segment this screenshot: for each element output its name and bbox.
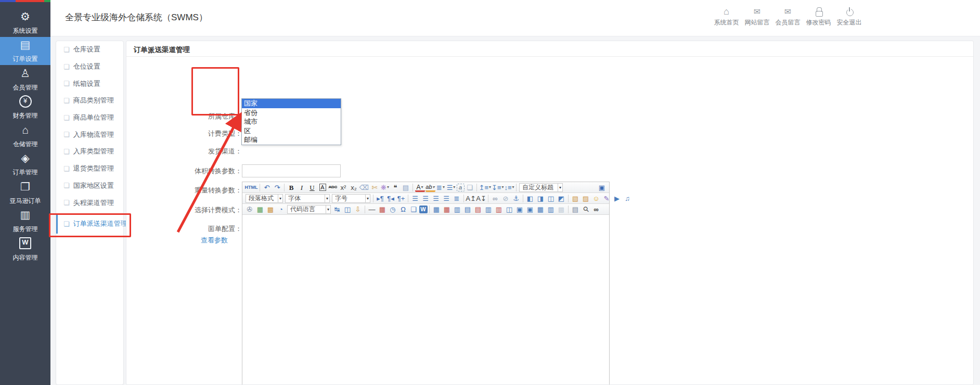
- insert-video-icon[interactable]: ▶: [612, 194, 622, 203]
- delete-row-icon[interactable]: ▤: [473, 204, 483, 214]
- inline-code-icon[interactable]: a: [457, 184, 465, 191]
- font-border-icon[interactable]: A: [318, 183, 328, 192]
- link-icon[interactable]: ∞: [491, 194, 500, 203]
- sidebar-item-order-management[interactable]: 订单管理: [0, 150, 50, 179]
- undo-icon[interactable]: ↶: [262, 183, 272, 192]
- insert-row-icon[interactable]: ▤: [463, 204, 473, 214]
- highlight-color-icon[interactable]: ab▾: [425, 184, 435, 192]
- format-clean-icon[interactable]: ✄: [370, 183, 380, 192]
- submenu-item-carton-settings[interactable]: 纸箱设置: [56, 75, 123, 92]
- line-height-icon[interactable]: ↕≡▾: [505, 183, 514, 192]
- sidebar-item-system-settings[interactable]: 系统设置: [0, 8, 50, 37]
- special-chars-icon[interactable]: Ω: [398, 204, 408, 214]
- dropdown-option[interactable]: 省份: [242, 108, 341, 118]
- delete-col-icon[interactable]: ▥: [494, 204, 504, 214]
- insert-date-icon[interactable]: ▦: [378, 204, 388, 214]
- fullscreen-icon[interactable]: ▣: [597, 183, 607, 192]
- insert-music-icon[interactable]: ♫: [623, 194, 633, 203]
- align-center-icon[interactable]: ☰: [421, 194, 431, 203]
- ordered-list-icon[interactable]: ≣▾: [436, 183, 446, 192]
- insert-iframe-icon[interactable]: ◫: [343, 204, 353, 214]
- indent-icon[interactable]: ▸¶: [376, 194, 385, 203]
- attachment-icon[interactable]: ✇: [245, 204, 255, 214]
- code-language-select[interactable]: 代码语言▾: [287, 205, 331, 214]
- paragraph-space-after-icon[interactable]: ↧≡▾: [492, 183, 504, 192]
- split-cols-icon[interactable]: ▥: [546, 204, 556, 214]
- insert-col-icon[interactable]: ▥: [484, 204, 494, 214]
- insert-map-icon[interactable]: ▦: [255, 204, 265, 214]
- image-center-icon[interactable]: ◫: [546, 194, 556, 203]
- image-float-left-icon[interactable]: ◧: [525, 194, 535, 203]
- submenu-item-return-type[interactable]: 退货类型管理: [56, 160, 123, 177]
- split-rows-icon[interactable]: ▦: [536, 204, 546, 214]
- sidebar-item-service-management[interactable]: 服务管理: [0, 207, 50, 236]
- paragraph-format-select[interactable]: 段落格式▾: [246, 194, 283, 203]
- italic-icon[interactable]: I: [297, 183, 307, 192]
- screenshot-icon[interactable]: ◔: [276, 204, 286, 214]
- eraser-icon[interactable]: ⌫: [359, 183, 369, 192]
- align-justify-icon[interactable]: ☰: [442, 194, 452, 203]
- anchor-icon[interactable]: ⚓: [511, 194, 521, 203]
- submenu-item-firstleg-channel[interactable]: 头程渠道管理: [56, 194, 123, 211]
- font-color-icon[interactable]: A▾: [415, 184, 425, 192]
- dropdown-option[interactable]: 城市: [242, 117, 341, 126]
- merge-cells-icon[interactable]: ◫: [505, 204, 514, 214]
- word-image-icon[interactable]: W: [419, 206, 428, 213]
- insert-image-icon[interactable]: ▧: [571, 194, 581, 203]
- font-family-select[interactable]: 字体▾: [285, 194, 330, 203]
- dropdown-option[interactable]: 区: [242, 126, 341, 136]
- submenu-item-bin-settings[interactable]: 仓位设置: [56, 58, 123, 75]
- print-icon[interactable]: ▤: [571, 204, 581, 214]
- image-to-local-icon[interactable]: ⇩: [353, 204, 363, 214]
- google-map-icon[interactable]: ▩: [266, 204, 276, 214]
- to-lowercase-icon[interactable]: A↧: [476, 194, 486, 203]
- submenu-item-product-unit[interactable]: 商品单位管理: [56, 109, 123, 126]
- underline-icon[interactable]: U: [307, 183, 317, 192]
- submenu-item-inbound-logistics[interactable]: 入库物流管理: [56, 126, 123, 143]
- image-manager-icon[interactable]: ▨: [581, 194, 591, 203]
- subscript-icon[interactable]: x₂: [349, 183, 359, 192]
- auto-typeset-icon[interactable]: ❋▾: [380, 183, 390, 192]
- preview-icon[interactable]: ⚲: [579, 202, 592, 216]
- paragraph-space-before-icon[interactable]: ↥≡▾: [479, 183, 492, 192]
- delete-table-icon[interactable]: ▦: [442, 204, 452, 214]
- dropdown-option[interactable]: 国家: [242, 99, 341, 108]
- sidebar-item-content-management[interactable]: 内容管理: [0, 235, 50, 264]
- to-uppercase-icon[interactable]: A↥: [466, 194, 476, 203]
- unordered-list-icon[interactable]: ☰▾: [446, 183, 456, 192]
- topnav-home[interactable]: 系统首页: [711, 7, 742, 27]
- align-full-icon[interactable]: ≣: [452, 194, 462, 203]
- superscript-icon[interactable]: x²: [339, 183, 349, 192]
- editor-content[interactable]: [242, 215, 609, 384]
- topnav-change-password[interactable]: 修改密码: [803, 7, 834, 27]
- bold-icon[interactable]: B: [287, 183, 296, 192]
- merge-right-icon[interactable]: ▣: [515, 204, 525, 214]
- html-source-icon[interactable]: HTML: [245, 183, 258, 192]
- insert-table-icon[interactable]: ▦: [432, 204, 442, 214]
- align-right-icon[interactable]: ☰: [431, 194, 441, 203]
- scrawl-icon[interactable]: ✎: [602, 194, 612, 203]
- find-replace-icon[interactable]: ∞: [591, 204, 601, 214]
- custom-heading-select[interactable]: 自定义标题▾: [519, 183, 563, 192]
- insert-paragraph-icon[interactable]: ¶+: [396, 194, 406, 203]
- align-left-icon[interactable]: ☰: [410, 194, 420, 203]
- image-float-right-icon[interactable]: ◩: [557, 194, 566, 203]
- submenu-item-order-delivery-channel[interactable]: 订单派送渠道管理: [56, 215, 123, 233]
- view-params-link[interactable]: 查看参数: [201, 236, 228, 245]
- topnav-member-messages[interactable]: 会员留言: [772, 7, 803, 27]
- volume-param-input[interactable]: [242, 164, 341, 177]
- table-sort-icon[interactable]: ▩: [557, 204, 566, 214]
- blockquote-icon[interactable]: ❝: [391, 183, 401, 192]
- table-title-icon[interactable]: ▥: [453, 204, 462, 214]
- redo-icon[interactable]: ↷: [273, 183, 282, 192]
- merge-down-icon[interactable]: ▣: [525, 204, 535, 214]
- paste-plain-icon[interactable]: ▤: [401, 183, 411, 192]
- insert-time-icon[interactable]: ◷: [388, 204, 398, 214]
- unlink-icon[interactable]: ⊘: [501, 194, 511, 203]
- sidebar-item-amazon-orders[interactable]: 亚马逊订单: [0, 178, 50, 207]
- sidebar-item-order-settings[interactable]: 订单设置: [0, 37, 50, 66]
- font-size-select[interactable]: 字号▾: [332, 194, 370, 203]
- strikethrough-icon[interactable]: ABC: [328, 183, 338, 192]
- submenu-item-warehouse-settings[interactable]: 仓库设置: [56, 41, 123, 58]
- sidebar-item-finance-management[interactable]: 财务管理: [0, 94, 50, 122]
